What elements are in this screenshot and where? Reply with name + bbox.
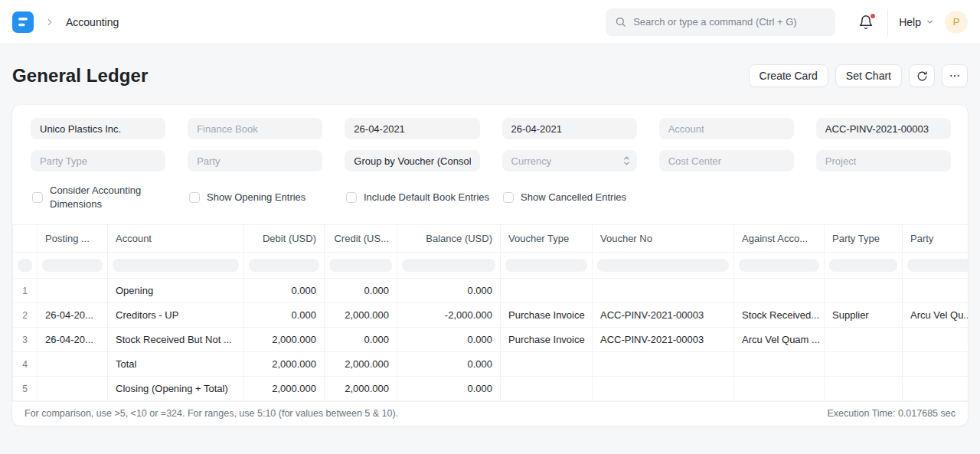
- filter-party-text: Party: [197, 155, 220, 167]
- checkbox-show-opening-entries[interactable]: Show Opening Entries: [189, 184, 346, 211]
- table-cell: [825, 279, 903, 303]
- notification-dot: [871, 14, 875, 18]
- table-cell: 0.000: [397, 377, 501, 401]
- column-header-against-acco[interactable]: Against Acco...: [734, 225, 825, 253]
- help-menu[interactable]: Help: [899, 16, 934, 28]
- user-avatar[interactable]: P: [945, 11, 968, 34]
- table-cell: [734, 377, 825, 401]
- filter-from-date[interactable]: 26-04-2021: [345, 118, 479, 139]
- table-row: 1Opening0.0000.0000.000: [13, 279, 969, 303]
- search-input[interactable]: Search or type a command (Ctrl + G): [606, 8, 835, 36]
- column-header-credit-us[interactable]: Credit (US...: [325, 225, 397, 253]
- column-filter-input[interactable]: [402, 259, 495, 272]
- table-cell: 26-04-20...: [38, 303, 108, 328]
- column-header-party-type[interactable]: Party Type: [825, 225, 903, 253]
- filter-currency[interactable]: Currency: [502, 150, 637, 171]
- table-row: 4Total2,000.0002,000.0000.000: [13, 352, 969, 377]
- filter-finance-book-text: Finance Book: [197, 123, 258, 135]
- table-cell: 0.000: [325, 328, 397, 352]
- table-cell: [38, 377, 108, 401]
- table-row: 5Closing (Opening + Total)2,000.0002,000…: [13, 377, 969, 401]
- table-cell: [825, 352, 903, 377]
- filter-from-date-text: 26-04-2021: [354, 123, 405, 135]
- filter-hint-text: For comparison, use >5, <10 or =324. For…: [24, 408, 398, 419]
- table-cell: Creditors - UP: [108, 303, 244, 328]
- column-filter-input[interactable]: [829, 259, 897, 272]
- table-cell: 0.000: [397, 328, 501, 352]
- checkbox-consider-accounting-dimensions[interactable]: Consider Accounting Dimensions: [32, 184, 189, 211]
- page-title: General Ledger: [12, 65, 148, 87]
- filter-account-text: Account: [668, 123, 704, 135]
- column-filter-input[interactable]: [249, 259, 319, 272]
- table-cell: [501, 377, 593, 401]
- column-header-balance-usd[interactable]: Balance (USD): [397, 225, 501, 253]
- table-cell: [501, 279, 593, 303]
- filter-cost-center-text: Cost Center: [668, 155, 721, 167]
- report-footer: For comparison, use >5, <10 or =324. For…: [12, 401, 968, 426]
- column-header-account[interactable]: Account: [108, 225, 244, 253]
- filter-party[interactable]: Party: [188, 150, 322, 171]
- table-cell: 2,000.000: [244, 377, 325, 401]
- column-filter-input[interactable]: [113, 259, 239, 272]
- report-table: Posting ...AccountDebit (USD)Credit (US.…: [12, 224, 968, 401]
- checkbox-show-opening-entries-box: [189, 192, 200, 203]
- filter-account[interactable]: Account: [659, 118, 794, 139]
- column-header-voucher-type[interactable]: Voucher Type: [501, 225, 593, 253]
- navbar: Accounting Search or type a command (Ctr…: [0, 0, 980, 44]
- filter-group-by[interactable]: Group by Voucher (Consolidated): [345, 150, 479, 171]
- table-cell: [903, 377, 969, 401]
- column-filter-input[interactable]: [18, 259, 32, 272]
- app-logo[interactable]: [12, 11, 34, 33]
- filter-project[interactable]: Project: [816, 150, 951, 171]
- filter-company[interactable]: Unico Plastics Inc.: [31, 118, 165, 139]
- table-cell: [825, 328, 903, 352]
- table-cell: 2,000.000: [325, 377, 397, 401]
- column-filter-input[interactable]: [597, 259, 729, 272]
- column-header-debit-usd[interactable]: Debit (USD): [244, 225, 325, 253]
- select-chevrons-icon: [623, 155, 630, 169]
- checkbox-show-cancelled-entries[interactable]: Show Cancelled Entries: [503, 184, 660, 211]
- table-cell: Arcu Vel Quam ...: [734, 328, 825, 352]
- filter-project-text: Project: [825, 155, 856, 167]
- filter-cost-center[interactable]: Cost Center: [659, 150, 794, 171]
- column-header-voucher-no[interactable]: Voucher No: [593, 225, 734, 253]
- column-filter-input[interactable]: [907, 259, 968, 272]
- filter-party-type[interactable]: Party Type: [31, 150, 165, 171]
- filter-voucher-no[interactable]: ACC-PINV-2021-00003: [816, 118, 951, 139]
- notifications-button[interactable]: [855, 11, 877, 33]
- table-cell: 2,000.000: [325, 303, 397, 328]
- table-cell: Total: [108, 352, 244, 377]
- table-cell: 0.000: [325, 279, 397, 303]
- breadcrumb-chevron-icon: [44, 17, 55, 28]
- table-cell: [903, 279, 969, 303]
- table-cell: Purchase Invoice: [501, 303, 593, 328]
- table-cell: Stock Received But Not ...: [108, 328, 244, 352]
- filter-currency-text: Currency: [511, 155, 552, 167]
- table-cell: [501, 352, 593, 377]
- table-row: 326-04-20...Stock Received But Not ...2,…: [13, 328, 969, 352]
- refresh-button[interactable]: [909, 64, 935, 87]
- column-filter-input[interactable]: [42, 259, 103, 272]
- filter-to-date[interactable]: 26-04-2021: [502, 118, 637, 139]
- table-cell: [593, 279, 734, 303]
- menu-button[interactable]: [942, 64, 968, 87]
- checkbox-include-default-book-entries-label: Include Default Book Entries: [364, 191, 489, 204]
- table-cell: 2,000.000: [325, 352, 397, 377]
- column-filter-input[interactable]: [505, 259, 587, 272]
- column-header-posting[interactable]: Posting ...: [38, 225, 108, 253]
- column-header-rownum[interactable]: [13, 225, 38, 253]
- column-filter-input[interactable]: [329, 259, 392, 272]
- filter-finance-book[interactable]: Finance Book: [188, 118, 322, 139]
- table-cell: [734, 279, 825, 303]
- column-filter-input[interactable]: [739, 259, 819, 272]
- set-chart-button[interactable]: Set Chart: [835, 64, 902, 87]
- create-card-button[interactable]: Create Card: [749, 64, 828, 87]
- table-cell: 0.000: [397, 352, 501, 377]
- column-header-party[interactable]: Party: [903, 225, 969, 253]
- filter-party-type-text: Party Type: [40, 155, 87, 167]
- table-cell: [903, 328, 969, 352]
- navbar-divider: [887, 9, 888, 35]
- breadcrumb[interactable]: Accounting: [66, 16, 119, 28]
- checkbox-include-default-book-entries[interactable]: Include Default Book Entries: [346, 184, 503, 211]
- table-cell: 0.000: [397, 279, 501, 303]
